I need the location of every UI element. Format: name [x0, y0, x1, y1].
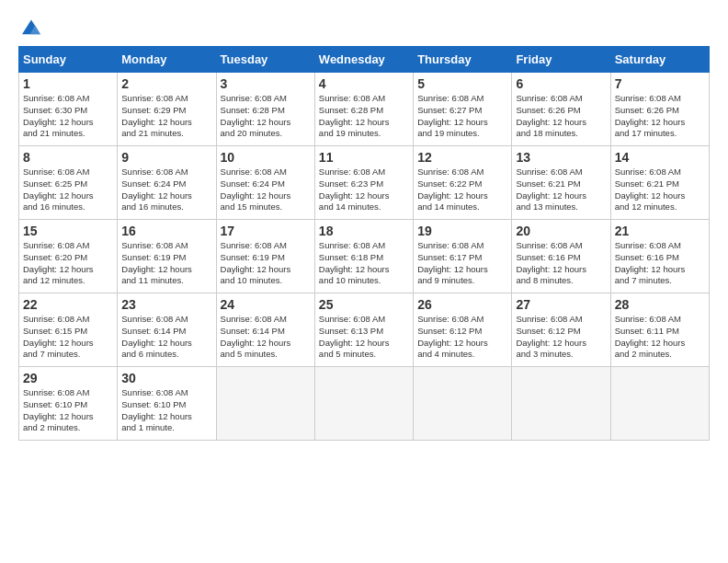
day-number: 16 [121, 224, 211, 238]
calendar-cell: 24Sunrise: 6:08 AM Sunset: 6:14 PM Dayli… [216, 293, 314, 367]
calendar-cell: 21Sunrise: 6:08 AM Sunset: 6:16 PM Dayli… [610, 220, 709, 293]
day-header-thursday: Thursday [414, 47, 512, 73]
day-number: 9 [121, 150, 211, 165]
day-info: Sunrise: 6:08 AM Sunset: 6:16 PM Dayligh… [516, 240, 606, 287]
calendar-cell: 8Sunrise: 6:08 AM Sunset: 6:25 PM Daylig… [19, 146, 118, 220]
calendar-cell: 12Sunrise: 6:08 AM Sunset: 6:22 PM Dayli… [414, 146, 512, 220]
day-number: 29 [23, 371, 113, 385]
calendar-table: SundayMondayTuesdayWednesdayThursdayFrid… [18, 46, 710, 441]
day-number: 21 [615, 224, 705, 238]
calendar-week-3: 15Sunrise: 6:08 AM Sunset: 6:20 PM Dayli… [19, 220, 710, 293]
calendar-cell: 2Sunrise: 6:08 AM Sunset: 6:29 PM Daylig… [118, 73, 216, 146]
calendar-cell [216, 367, 314, 441]
day-number: 12 [417, 150, 507, 165]
day-header-saturday: Saturday [610, 47, 709, 73]
calendar-cell: 17Sunrise: 6:08 AM Sunset: 6:19 PM Dayli… [216, 220, 314, 293]
day-header-sunday: Sunday [19, 47, 118, 73]
day-number: 25 [319, 297, 409, 312]
calendar-cell: 19Sunrise: 6:08 AM Sunset: 6:17 PM Dayli… [414, 220, 512, 293]
day-number: 3 [221, 76, 311, 91]
day-info: Sunrise: 6:08 AM Sunset: 6:16 PM Dayligh… [615, 240, 705, 287]
day-info: Sunrise: 6:08 AM Sunset: 6:23 PM Dayligh… [319, 167, 409, 213]
calendar-cell [610, 367, 709, 441]
calendar-cell: 14Sunrise: 6:08 AM Sunset: 6:21 PM Dayli… [610, 146, 709, 220]
calendar-cell [512, 367, 610, 441]
day-info: Sunrise: 6:08 AM Sunset: 6:22 PM Dayligh… [417, 167, 507, 213]
calendar-cell: 13Sunrise: 6:08 AM Sunset: 6:21 PM Dayli… [512, 146, 610, 220]
calendar-cell: 11Sunrise: 6:08 AM Sunset: 6:23 PM Dayli… [314, 146, 413, 220]
calendar-cell: 6Sunrise: 6:08 AM Sunset: 6:26 PM Daylig… [512, 73, 610, 146]
calendar-cell: 29Sunrise: 6:08 AM Sunset: 6:10 PM Dayli… [19, 367, 118, 441]
day-number: 13 [516, 150, 606, 165]
day-info: Sunrise: 6:08 AM Sunset: 6:28 PM Dayligh… [319, 93, 409, 140]
day-number: 4 [319, 76, 409, 91]
day-header-friday: Friday [512, 47, 610, 73]
calendar-cell [314, 367, 413, 441]
day-info: Sunrise: 6:08 AM Sunset: 6:14 PM Dayligh… [121, 314, 211, 361]
day-number: 7 [615, 76, 705, 91]
day-info: Sunrise: 6:08 AM Sunset: 6:19 PM Dayligh… [221, 240, 311, 287]
day-header-tuesday: Tuesday [216, 47, 314, 73]
day-info: Sunrise: 6:08 AM Sunset: 6:25 PM Dayligh… [23, 167, 113, 213]
day-number: 14 [615, 150, 705, 165]
day-info: Sunrise: 6:08 AM Sunset: 6:13 PM Dayligh… [319, 314, 409, 361]
day-number: 30 [121, 371, 211, 385]
page-header [18, 18, 710, 37]
day-number: 5 [417, 76, 507, 91]
calendar-week-4: 22Sunrise: 6:08 AM Sunset: 6:15 PM Dayli… [19, 293, 710, 367]
day-info: Sunrise: 6:08 AM Sunset: 6:17 PM Dayligh… [417, 240, 507, 287]
day-info: Sunrise: 6:08 AM Sunset: 6:14 PM Dayligh… [221, 314, 311, 361]
calendar-cell: 27Sunrise: 6:08 AM Sunset: 6:12 PM Dayli… [512, 293, 610, 367]
calendar-cell: 22Sunrise: 6:08 AM Sunset: 6:15 PM Dayli… [19, 293, 118, 367]
day-info: Sunrise: 6:08 AM Sunset: 6:26 PM Dayligh… [615, 93, 705, 140]
calendar-cell [414, 367, 512, 441]
calendar-cell: 9Sunrise: 6:08 AM Sunset: 6:24 PM Daylig… [118, 146, 216, 220]
day-info: Sunrise: 6:08 AM Sunset: 6:12 PM Dayligh… [417, 314, 507, 361]
calendar-cell: 25Sunrise: 6:08 AM Sunset: 6:13 PM Dayli… [314, 293, 413, 367]
day-number: 19 [417, 224, 507, 238]
calendar-week-1: 1Sunrise: 6:08 AM Sunset: 6:30 PM Daylig… [19, 73, 710, 146]
calendar-cell: 26Sunrise: 6:08 AM Sunset: 6:12 PM Dayli… [414, 293, 512, 367]
day-info: Sunrise: 6:08 AM Sunset: 6:10 PM Dayligh… [23, 387, 113, 434]
calendar-week-5: 29Sunrise: 6:08 AM Sunset: 6:10 PM Dayli… [19, 367, 710, 441]
day-info: Sunrise: 6:08 AM Sunset: 6:21 PM Dayligh… [516, 167, 606, 213]
day-info: Sunrise: 6:08 AM Sunset: 6:15 PM Dayligh… [23, 314, 113, 361]
day-number: 11 [319, 150, 409, 165]
day-info: Sunrise: 6:08 AM Sunset: 6:21 PM Dayligh… [615, 167, 705, 213]
day-number: 15 [23, 224, 113, 238]
day-number: 26 [417, 297, 507, 312]
day-number: 27 [516, 297, 606, 312]
calendar-cell: 10Sunrise: 6:08 AM Sunset: 6:24 PM Dayli… [216, 146, 314, 220]
day-header-monday: Monday [118, 47, 216, 73]
calendar-cell: 15Sunrise: 6:08 AM Sunset: 6:20 PM Dayli… [19, 220, 118, 293]
day-info: Sunrise: 6:08 AM Sunset: 6:28 PM Dayligh… [221, 93, 311, 140]
calendar-cell: 16Sunrise: 6:08 AM Sunset: 6:19 PM Dayli… [118, 220, 216, 293]
day-number: 8 [23, 150, 113, 165]
day-info: Sunrise: 6:08 AM Sunset: 6:11 PM Dayligh… [615, 314, 705, 361]
day-info: Sunrise: 6:08 AM Sunset: 6:12 PM Dayligh… [516, 314, 606, 361]
day-number: 1 [23, 76, 113, 91]
calendar-cell: 3Sunrise: 6:08 AM Sunset: 6:28 PM Daylig… [216, 73, 314, 146]
day-number: 20 [516, 224, 606, 238]
calendar-cell: 23Sunrise: 6:08 AM Sunset: 6:14 PM Dayli… [118, 293, 216, 367]
day-info: Sunrise: 6:08 AM Sunset: 6:30 PM Dayligh… [23, 93, 113, 140]
day-number: 23 [121, 297, 211, 312]
day-number: 28 [615, 297, 705, 312]
logo-icon [18, 18, 44, 37]
calendar-cell: 20Sunrise: 6:08 AM Sunset: 6:16 PM Dayli… [512, 220, 610, 293]
calendar-cell: 7Sunrise: 6:08 AM Sunset: 6:26 PM Daylig… [610, 73, 709, 146]
day-info: Sunrise: 6:08 AM Sunset: 6:24 PM Dayligh… [221, 167, 311, 213]
day-number: 10 [221, 150, 311, 165]
day-number: 22 [23, 297, 113, 312]
day-info: Sunrise: 6:08 AM Sunset: 6:27 PM Dayligh… [417, 93, 507, 140]
day-number: 2 [121, 76, 211, 91]
calendar-cell: 30Sunrise: 6:08 AM Sunset: 6:10 PM Dayli… [118, 367, 216, 441]
day-info: Sunrise: 6:08 AM Sunset: 6:26 PM Dayligh… [516, 93, 606, 140]
day-info: Sunrise: 6:08 AM Sunset: 6:24 PM Dayligh… [121, 167, 211, 213]
calendar-cell: 28Sunrise: 6:08 AM Sunset: 6:11 PM Dayli… [610, 293, 709, 367]
calendar-cell: 1Sunrise: 6:08 AM Sunset: 6:30 PM Daylig… [19, 73, 118, 146]
day-info: Sunrise: 6:08 AM Sunset: 6:19 PM Dayligh… [121, 240, 211, 287]
day-info: Sunrise: 6:08 AM Sunset: 6:20 PM Dayligh… [23, 240, 113, 287]
day-info: Sunrise: 6:08 AM Sunset: 6:18 PM Dayligh… [319, 240, 409, 287]
calendar-cell: 5Sunrise: 6:08 AM Sunset: 6:27 PM Daylig… [414, 73, 512, 146]
